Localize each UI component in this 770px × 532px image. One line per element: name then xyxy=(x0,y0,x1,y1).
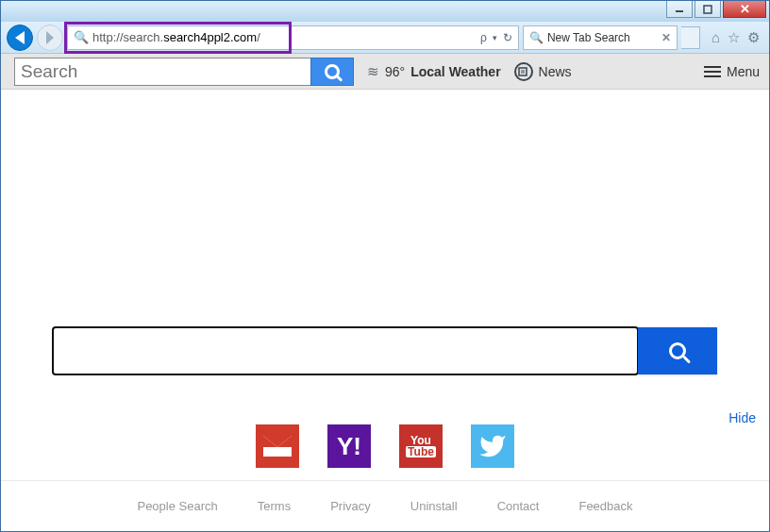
news-label: News xyxy=(539,64,572,79)
svg-rect-2 xyxy=(519,68,527,75)
footer-people-search[interactable]: People Search xyxy=(137,499,217,513)
toolbar-search-button[interactable] xyxy=(310,58,354,86)
address-bar[interactable]: 🔍 http://search.search4ppl2.com/ ρ ▾ ↻ xyxy=(67,25,519,50)
weather-label: Local Weather xyxy=(410,64,500,79)
new-tab-button[interactable] xyxy=(681,26,700,49)
menu-button[interactable]: Menu xyxy=(704,64,760,79)
search-icon: 🔍 xyxy=(529,31,544,44)
page-toolbar: ≋ 96° Local Weather News Menu xyxy=(1,54,769,90)
main-search-button[interactable] xyxy=(638,327,717,374)
main-search xyxy=(53,327,717,374)
page-content: Hide Y! YouTube People Search Terms Priv… xyxy=(1,90,769,531)
main-search-input[interactable] xyxy=(53,327,638,374)
toolbar-search xyxy=(14,58,354,86)
footer-uninstall[interactable]: Uninstall xyxy=(410,499,458,513)
arrow-right-icon xyxy=(46,31,54,44)
hide-link[interactable]: Hide xyxy=(728,410,756,425)
url-text: http://search.search4ppl2.com/ xyxy=(92,30,260,44)
footer-feedback[interactable]: Feedback xyxy=(578,499,632,513)
youtube-icon-bottom: Tube xyxy=(406,446,436,457)
svg-rect-1 xyxy=(704,6,711,13)
browser-window: ✕ 🔍 http://search.search4ppl2.com/ ρ ▾ ↻… xyxy=(0,0,770,532)
news-button[interactable]: News xyxy=(514,62,572,81)
gmail-link[interactable] xyxy=(256,424,299,468)
search-mode-icon[interactable]: ρ xyxy=(480,31,487,44)
twitter-link[interactable] xyxy=(471,424,514,468)
browser-tab[interactable]: 🔍 New Tab Search ✕ xyxy=(523,25,678,50)
minimize-button[interactable] xyxy=(666,1,693,18)
weather-button[interactable]: ≋ 96° Local Weather xyxy=(367,63,501,80)
titlebar: ✕ xyxy=(1,1,769,22)
close-button[interactable]: ✕ xyxy=(723,1,766,18)
weather-icon: ≋ xyxy=(367,63,379,80)
tab-close-button[interactable]: ✕ xyxy=(661,31,671,44)
address-bar-controls: ρ ▾ ↻ xyxy=(480,31,512,44)
twitter-icon xyxy=(478,432,507,460)
weather-temp: 96° xyxy=(385,64,405,79)
arrow-left-icon xyxy=(15,31,25,44)
browser-toolbar-icons: ⌂ ☆ ⚙ xyxy=(704,29,763,46)
footer-contact[interactable]: Contact xyxy=(497,499,540,513)
url-suffix: / xyxy=(257,30,260,44)
tab-title: New Tab Search xyxy=(547,31,630,44)
magnifier-icon xyxy=(669,342,686,359)
gear-icon[interactable]: ⚙ xyxy=(747,29,760,46)
yahoo-icon: Y! xyxy=(337,432,361,461)
dropdown-icon[interactable]: ▾ xyxy=(493,33,497,42)
maximize-button[interactable] xyxy=(695,1,721,18)
refresh-button[interactable]: ↻ xyxy=(503,31,512,44)
back-button[interactable] xyxy=(7,25,33,51)
hamburger-icon xyxy=(704,66,721,77)
url-prefix: http://search. xyxy=(92,30,163,44)
address-bar-row: 🔍 http://search.search4ppl2.com/ ρ ▾ ↻ 🔍… xyxy=(1,22,769,54)
quick-links-row: Y! YouTube xyxy=(256,424,514,468)
home-icon[interactable]: ⌂ xyxy=(711,29,720,46)
news-icon xyxy=(514,62,533,81)
gmail-icon xyxy=(263,436,292,457)
magnifier-icon xyxy=(325,64,340,79)
toolbar-search-input[interactable] xyxy=(14,58,310,86)
search-icon: 🔍 xyxy=(74,30,89,44)
footer-privacy[interactable]: Privacy xyxy=(330,499,371,513)
footer-links: People Search Terms Privacy Uninstall Co… xyxy=(1,480,769,531)
footer-terms[interactable]: Terms xyxy=(258,499,291,513)
youtube-link[interactable]: YouTube xyxy=(399,424,443,468)
menu-label: Menu xyxy=(727,64,760,79)
forward-button[interactable] xyxy=(37,25,63,51)
url-domain: search4ppl2.com xyxy=(163,30,257,44)
yahoo-link[interactable]: Y! xyxy=(327,424,371,468)
favorites-icon[interactable]: ☆ xyxy=(728,29,740,46)
